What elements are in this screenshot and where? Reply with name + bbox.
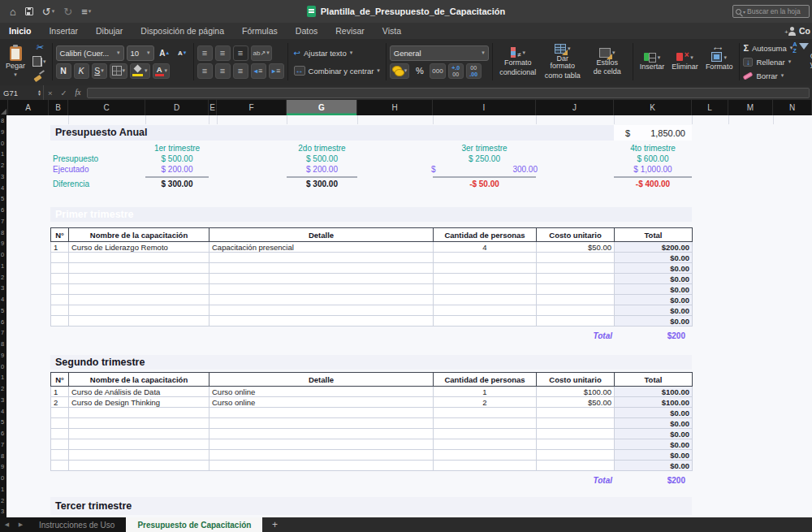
cell[interactable] bbox=[434, 284, 537, 295]
cell[interactable]: $0.00 bbox=[615, 439, 693, 450]
cell[interactable] bbox=[434, 316, 537, 327]
undo-button[interactable]: ↺▾ bbox=[42, 6, 54, 18]
cell[interactable] bbox=[51, 295, 69, 305]
quarter-ejecutado-2[interactable]: $ 200.00 bbox=[279, 165, 365, 174]
cell[interactable] bbox=[434, 439, 537, 450]
cell[interactable]: $100.00 bbox=[537, 387, 615, 397]
cell[interactable] bbox=[537, 253, 615, 263]
column-header-cell[interactable]: Detalle bbox=[209, 373, 434, 387]
cell[interactable]: $100.00 bbox=[615, 387, 693, 397]
delete-cells-button[interactable]: ▾ Eliminar bbox=[668, 41, 702, 82]
search-box[interactable]: ▾ bbox=[732, 5, 810, 18]
q1-total-label[interactable]: Total bbox=[503, 331, 612, 340]
cell[interactable] bbox=[69, 429, 209, 439]
cell[interactable]: 2 bbox=[434, 397, 537, 408]
cell[interactable]: $50.00 bbox=[537, 242, 615, 253]
font-size-select[interactable]: 10▾ bbox=[127, 45, 154, 61]
row-header[interactable]: 2 bbox=[1, 385, 6, 395]
column-header-cell[interactable]: Total bbox=[615, 228, 693, 242]
row-header[interactable]: 3 bbox=[1, 173, 6, 183]
cell[interactable] bbox=[537, 408, 615, 418]
cell[interactable]: Curso de Design Thinking bbox=[69, 397, 209, 408]
share-person-icon[interactable]: + bbox=[788, 27, 796, 35]
fill-color-button[interactable]: ▾ bbox=[130, 63, 150, 79]
column-header-cell[interactable]: N° bbox=[51, 228, 69, 242]
column-header-b[interactable]: B bbox=[49, 100, 68, 115]
row-header[interactable]: 7 bbox=[1, 441, 6, 451]
cell[interactable] bbox=[51, 439, 69, 450]
q2-total-label[interactable]: Total bbox=[503, 476, 612, 485]
quarter-label-1[interactable]: 1er trimestre bbox=[137, 144, 217, 153]
row-header[interactable]: 4 bbox=[1, 408, 6, 417]
format-as-table-button[interactable]: ▾ Dar formatocomo tabla bbox=[541, 41, 585, 82]
sheet-nav-left-icon[interactable]: ◀ bbox=[0, 517, 14, 532]
cell[interactable] bbox=[537, 439, 615, 450]
cell[interactable] bbox=[209, 461, 434, 471]
cell[interactable]: 4 bbox=[434, 242, 537, 253]
cell[interactable] bbox=[434, 461, 537, 471]
add-sheet-button[interactable]: + bbox=[262, 519, 287, 530]
quarter-ejecutado-3[interactable]: $300.00 bbox=[425, 165, 544, 174]
cell[interactable]: $0.00 bbox=[615, 253, 693, 263]
cell[interactable] bbox=[537, 263, 615, 274]
cell[interactable] bbox=[51, 284, 69, 295]
cell[interactable] bbox=[51, 418, 69, 429]
quarter-presupuesto-4[interactable]: $ 600.00 bbox=[606, 154, 700, 163]
cell[interactable] bbox=[537, 316, 615, 327]
cell[interactable] bbox=[69, 408, 209, 418]
cell[interactable]: $50.00 bbox=[537, 397, 615, 408]
cell[interactable] bbox=[69, 274, 209, 284]
column-header-c[interactable]: C bbox=[68, 100, 145, 115]
cell[interactable] bbox=[69, 253, 209, 263]
cell[interactable] bbox=[51, 461, 69, 471]
font-name-select[interactable]: Calibri (Cuer...▾ bbox=[56, 45, 124, 61]
column-header-cell[interactable]: Nombre de la capacitación bbox=[69, 373, 209, 387]
formula-input[interactable] bbox=[87, 88, 810, 98]
decrease-font-button[interactable]: A▾ bbox=[175, 45, 190, 61]
tab-datos[interactable]: Datos bbox=[287, 23, 326, 39]
column-header-cell[interactable]: Detalle bbox=[209, 228, 434, 242]
row-header[interactable]: 9 bbox=[1, 240, 6, 249]
row-header[interactable]: 2 bbox=[1, 162, 6, 171]
section-title-q2[interactable]: Segundo trimestre bbox=[50, 355, 692, 370]
column-header-cell[interactable]: Costo unitario bbox=[537, 373, 615, 387]
row-header[interactable]: 4 bbox=[1, 184, 6, 194]
cell[interactable] bbox=[209, 305, 434, 316]
row-header[interactable]: 5 bbox=[1, 418, 6, 428]
sheet-tab-instrucciones-de-uso[interactable]: Instrucciones de Uso bbox=[28, 517, 126, 532]
cell-styles-button[interactable]: ▾ Estilosde celda bbox=[585, 41, 629, 82]
currency-format-button[interactable]: ▾ bbox=[390, 63, 410, 79]
row-header[interactable]: 8 bbox=[1, 117, 6, 127]
quarter-presupuesto-2[interactable]: $ 500.00 bbox=[279, 154, 365, 163]
cell[interactable] bbox=[537, 461, 615, 471]
cell[interactable] bbox=[537, 418, 615, 429]
quarter-ejecutado-4[interactable]: $ 1,000.00 bbox=[606, 165, 700, 174]
quarter-label-2[interactable]: 2do trimestre bbox=[279, 144, 365, 153]
search-input[interactable] bbox=[747, 7, 806, 15]
column-header-f[interactable]: F bbox=[217, 100, 287, 115]
section-title-q3[interactable]: Tercer trimestre bbox=[50, 497, 692, 515]
tab-revisar[interactable]: Revisar bbox=[326, 23, 374, 39]
row-header[interactable]: 7 bbox=[1, 218, 6, 227]
bold-button[interactable]: N bbox=[56, 63, 71, 79]
row-header[interactable]: 0 bbox=[1, 140, 6, 149]
quarter-ejecutado-1[interactable]: $ 200.00 bbox=[137, 165, 217, 174]
column-header-h[interactable]: H bbox=[357, 100, 433, 115]
cell[interactable] bbox=[434, 274, 537, 284]
search-scope-dropdown-icon[interactable]: ▾ bbox=[743, 9, 745, 15]
quarter-diferencia-1[interactable]: $ 300.00 bbox=[137, 179, 217, 188]
row-header[interactable]: 1 bbox=[1, 150, 6, 160]
quarter-label-4[interactable]: 4to trimestre bbox=[606, 144, 700, 153]
tab-inicio[interactable]: Inicio bbox=[0, 23, 40, 39]
cell[interactable] bbox=[434, 305, 537, 316]
align-top-button[interactable]: ≡ bbox=[197, 45, 213, 61]
cell[interactable]: $0.00 bbox=[615, 418, 693, 429]
row-header[interactable]: 5 bbox=[1, 195, 6, 205]
column-header-i[interactable]: I bbox=[433, 100, 536, 115]
cell[interactable] bbox=[51, 450, 69, 461]
row-header[interactable]: 7 bbox=[1, 329, 6, 339]
column-header-cell[interactable]: Cantidad de personas bbox=[434, 228, 537, 242]
cell[interactable]: $0.00 bbox=[615, 408, 693, 418]
row-header[interactable]: 3 bbox=[1, 396, 6, 406]
cell[interactable] bbox=[434, 295, 537, 305]
